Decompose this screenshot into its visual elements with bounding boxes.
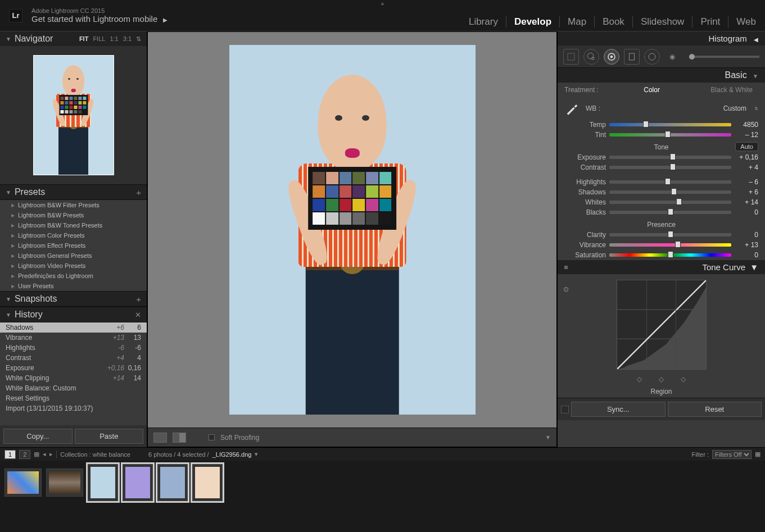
history-item[interactable]: Vibrance+1313 — [0, 333, 147, 343]
history-item[interactable]: Highlights-6-6 — [0, 343, 147, 353]
clear-history-icon[interactable]: ✕ — [135, 311, 141, 319]
history-item[interactable]: Exposure+0,160,16 — [0, 363, 147, 373]
filter-lock-icon[interactable]: ▦ — [755, 451, 761, 458]
nav-forward-icon[interactable]: ▸ — [49, 451, 53, 458]
module-library[interactable]: Library — [461, 16, 506, 28]
tint-value[interactable]: – 12 — [735, 131, 758, 139]
preset-folder[interactable]: ▶Lightroom B&W Toned Presets — [0, 220, 147, 230]
preset-folder[interactable]: ▶User Presets — [0, 281, 147, 291]
curve-point-1[interactable]: ◇ — [637, 375, 642, 383]
preset-folder[interactable]: ▶Lightroom B&W Presets — [0, 210, 147, 220]
curve-point-2[interactable]: ◇ — [659, 375, 664, 383]
graduated-filter-tool-icon[interactable] — [624, 49, 640, 65]
preset-folder[interactable]: ▶Predefinições do Lightroom — [0, 271, 147, 281]
adjustment-brush-tool-icon[interactable]: ◉ — [664, 49, 680, 65]
zoom-stepper-icon[interactable]: ⇅ — [136, 35, 141, 43]
zoom-fit[interactable]: FIT — [79, 35, 89, 43]
tint-slider[interactable] — [609, 133, 731, 137]
shadows-value[interactable]: + 6 — [735, 188, 758, 196]
point-curve-icon[interactable]: ⊙ — [563, 285, 569, 293]
preset-folder[interactable]: ▶Lightroom Color Presets — [0, 230, 147, 240]
shadows-slider[interactable] — [609, 190, 731, 194]
thumbnail-1[interactable] — [4, 469, 42, 497]
nav-back-icon[interactable]: ◂ — [43, 451, 46, 458]
module-web[interactable]: Web — [728, 16, 756, 28]
history-item[interactable]: Reset Settings — [0, 393, 147, 403]
add-preset-icon[interactable]: + — [136, 188, 141, 197]
filename-menu-icon[interactable]: ▾ — [255, 451, 258, 458]
vibrance-value[interactable]: + 13 — [735, 241, 758, 249]
crop-tool-icon[interactable] — [563, 49, 579, 65]
preset-folder[interactable]: ▶Lightroom General Presets — [0, 251, 147, 261]
preset-folder[interactable]: ▶Lightroom Effect Presets — [0, 240, 147, 251]
temp-slider[interactable] — [609, 123, 731, 126]
panel-switch-icon[interactable] — [564, 266, 568, 269]
history-item[interactable]: Import (13/11/2015 19:10:37) — [0, 403, 147, 413]
vibrance-slider[interactable] — [609, 243, 731, 247]
clarity-value[interactable]: 0 — [735, 231, 758, 239]
filename[interactable]: _LIG2956.dng — [212, 451, 252, 458]
saturation-slider[interactable] — [609, 253, 731, 257]
collapse-header-icon[interactable]: ▲ — [380, 0, 386, 6]
add-snapshot-icon[interactable]: + — [136, 294, 141, 304]
tone-curve-header[interactable]: Tone Curve ▼ — [558, 260, 765, 274]
presets-header[interactable]: ▼ Presets + — [0, 184, 147, 200]
clarity-slider[interactable] — [609, 233, 731, 237]
thumbnail-2[interactable] — [46, 469, 83, 497]
filter-dropdown[interactable]: Filters Off — [712, 450, 752, 459]
navigator-header[interactable]: ▼ Navigator FIT FILL 1:1 3:1 ⇅ — [0, 31, 147, 46]
toolbar-menu-icon[interactable]: ▼ — [545, 434, 551, 440]
before-after-button[interactable] — [173, 433, 186, 443]
identity-plate[interactable]: Get started with Lightroom mobile ▶ — [31, 14, 168, 24]
tone-curve-graph[interactable] — [617, 280, 707, 370]
sync-switch-icon[interactable] — [561, 406, 569, 413]
temp-value[interactable]: 4850 — [735, 121, 758, 129]
preset-folder[interactable]: ▶Lightroom Video Presets — [0, 261, 147, 271]
history-item[interactable]: Shadows+66 — [0, 322, 147, 333]
thumbnail-6[interactable] — [192, 464, 223, 501]
auto-tone-button[interactable]: Auto — [735, 142, 758, 151]
curve-point-3[interactable]: ◇ — [681, 375, 686, 383]
history-item[interactable]: Contrast+44 — [0, 353, 147, 363]
module-slideshow[interactable]: Slideshow — [633, 16, 693, 28]
exposure-value[interactable]: + 0,16 — [735, 153, 758, 161]
module-print[interactable]: Print — [692, 16, 728, 28]
whites-value[interactable]: + 14 — [735, 198, 758, 206]
contrast-value[interactable]: + 4 — [735, 163, 758, 171]
treatment-bw[interactable]: Black & White — [705, 86, 758, 94]
history-header[interactable]: ▼ History ✕ — [0, 307, 147, 322]
paste-button[interactable]: Paste — [75, 429, 144, 444]
zoom-fill[interactable]: FILL — [93, 35, 105, 43]
highlights-value[interactable]: – 6 — [735, 178, 758, 186]
whites-slider[interactable] — [609, 201, 731, 204]
screen-1-button[interactable]: 1 — [4, 450, 16, 459]
basic-header[interactable]: Basic ▼ — [558, 68, 765, 83]
histogram-header[interactable]: Histogram ◀ — [558, 31, 765, 46]
contrast-slider[interactable] — [609, 166, 731, 169]
module-book[interactable]: Book — [595, 16, 633, 28]
main-image[interactable] — [229, 45, 476, 415]
zoom-1-1[interactable]: 1:1 — [110, 35, 118, 43]
preset-folder[interactable]: ▶Lightroom B&W Filter Presets — [0, 200, 147, 210]
treatment-color[interactable]: Color — [638, 86, 666, 94]
collection-label[interactable]: Collection : white balance — [60, 451, 130, 458]
tool-size-slider[interactable] — [689, 56, 759, 58]
exposure-slider[interactable] — [609, 156, 731, 159]
screen-2-button[interactable]: 2 — [19, 450, 30, 459]
redeye-tool-icon[interactable] — [604, 49, 619, 65]
blacks-value[interactable]: 0 — [735, 208, 758, 216]
thumbnail-5[interactable] — [157, 464, 188, 501]
saturation-value[interactable]: 0 — [735, 251, 758, 259]
loupe-view-button[interactable] — [153, 433, 167, 443]
wb-eyedropper-icon[interactable] — [564, 101, 580, 116]
highlights-slider[interactable] — [609, 180, 731, 184]
module-map[interactable]: Map — [560, 16, 595, 28]
wb-dropdown[interactable]: Custom — [723, 104, 746, 112]
blacks-slider[interactable] — [609, 211, 731, 214]
reset-button[interactable]: Reset — [668, 402, 762, 417]
thumbnail-3[interactable] — [88, 464, 118, 501]
snapshots-header[interactable]: ▼ Snapshots + — [0, 291, 147, 307]
grid-icon[interactable]: ▦ — [34, 451, 39, 458]
copy-button[interactable]: Copy... — [3, 429, 73, 444]
thumbnail-4[interactable] — [123, 464, 153, 501]
